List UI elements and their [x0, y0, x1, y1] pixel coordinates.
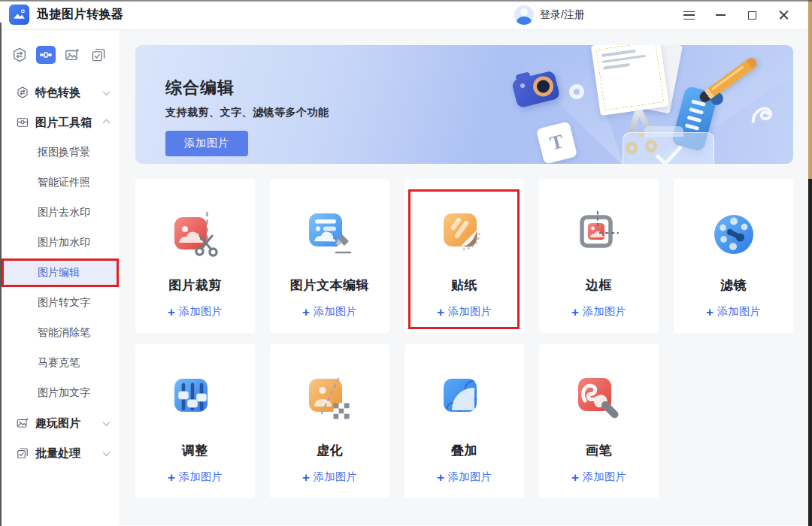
tab-batch-process[interactable] — [89, 46, 108, 64]
sidebar-item-label: 图片去水印 — [38, 206, 90, 219]
desktop-edge-strip — [808, 0, 812, 526]
close-button[interactable] — [768, 0, 799, 30]
card-adjust[interactable]: 调整 + 添加图片 — [135, 344, 255, 498]
sidebar-item-remove-watermark[interactable]: 图片去水印 — [0, 198, 120, 228]
sidebar-item-image-to-text[interactable]: 图片转文字 — [0, 288, 120, 318]
maximize-icon — [748, 11, 756, 20]
sidebar-item-smart-eraser[interactable]: 智能消除笔 — [0, 318, 120, 348]
add-image-link[interactable]: + 添加图片 — [437, 305, 492, 319]
plus-icon: + — [168, 471, 175, 484]
add-image-link[interactable]: + 添加图片 — [706, 305, 761, 319]
close-icon — [779, 11, 789, 20]
card-title: 图片文本编辑 — [290, 277, 369, 294]
add-image-link[interactable]: + 添加图片 — [437, 470, 492, 484]
convert-hexagon-icon — [11, 47, 28, 63]
batch-icon — [16, 446, 29, 460]
tab-image-toolbox[interactable] — [36, 46, 56, 64]
card-brush[interactable]: 画笔 + 添加图片 — [539, 344, 659, 498]
overlay-icon — [438, 373, 492, 427]
user-avatar-icon[interactable] — [514, 5, 534, 25]
add-image-label: 添加图片 — [583, 305, 626, 319]
squiggle-decoration — [748, 101, 777, 131]
login-register-link[interactable]: 登录/注册 — [540, 8, 585, 22]
maximize-button[interactable] — [736, 0, 768, 30]
sidebar-item-label: 图片加文字 — [38, 386, 90, 400]
app-window: 迅捷图片转换器 登录/注册 特色转换 图片工具箱 — [0, 0, 808, 526]
add-image-link[interactable]: + 添加图片 — [302, 305, 357, 319]
sidebar-item-cutout-background[interactable]: 抠图换背景 — [0, 138, 120, 168]
plus-icon: + — [571, 306, 579, 319]
fun-image-icon — [64, 47, 80, 63]
add-image-label: 添加图片 — [717, 305, 761, 319]
sidebar: 特色转换 图片工具箱 抠图换背景 智能证件照 图片去水印 图片加水印 图片编辑 … — [0, 30, 120, 525]
sidebar-group-label: 批量处理 — [35, 446, 104, 461]
sidebar-item-add-text[interactable]: 图片加文字 — [0, 378, 120, 408]
blur-icon — [303, 373, 357, 427]
toolbox-icon — [38, 47, 54, 63]
plus-icon: + — [437, 471, 444, 484]
sidebar-group-fun-images[interactable]: 趣玩图片 — [0, 408, 120, 438]
add-image-label: 添加图片 — [314, 305, 357, 319]
menu-button[interactable] — [673, 0, 704, 30]
add-image-link[interactable]: + 添加图片 — [302, 470, 357, 484]
add-image-link[interactable]: + 添加图片 — [168, 470, 223, 484]
toolbox-icon — [16, 116, 29, 129]
feature-banner: T 综合编辑 支持裁剪、文字、滤镜等多个功能 — [135, 45, 793, 164]
sidebar-group-featured-convert[interactable]: 特色转换 — [0, 77, 120, 107]
card-blur[interactable]: 虚化 + 添加图片 — [270, 344, 389, 498]
window-top-edge — [0, 0, 812, 2]
sidebar-group-batch-process[interactable]: 批量处理 — [0, 438, 120, 468]
window-controls — [673, 0, 799, 30]
app-title: 迅捷图片转换器 — [37, 7, 124, 23]
batch-icon — [90, 47, 107, 63]
add-image-label: 添加图片 — [448, 470, 492, 484]
chevron-icon — [103, 88, 111, 95]
sticker-icon — [438, 207, 492, 261]
text-edit-icon — [303, 207, 357, 261]
window-left-edge — [0, 23, 2, 526]
banner-add-image-button[interactable]: 添加图片 — [165, 131, 248, 156]
plus-icon: + — [571, 471, 579, 484]
card-sticker[interactable]: 贴纸 + 添加图片 — [404, 179, 524, 333]
chevron-icon — [103, 119, 111, 126]
app-logo — [9, 5, 29, 25]
card-title: 边框 — [586, 277, 612, 294]
frame-icon — [572, 207, 626, 261]
card-title: 叠加 — [451, 442, 477, 459]
plus-icon: + — [302, 306, 310, 319]
plus-icon: + — [437, 306, 444, 319]
crop-icon — [168, 207, 223, 261]
sidebar-item-label: 智能消除笔 — [38, 326, 90, 340]
sidebar-item-label: 图片编辑 — [38, 266, 80, 280]
card-overlay[interactable]: 叠加 + 添加图片 — [404, 344, 524, 498]
card-crop[interactable]: 图片裁剪 + 添加图片 — [135, 179, 255, 333]
sidebar-item-add-watermark[interactable]: 图片加水印 — [0, 228, 120, 258]
add-image-label: 添加图片 — [448, 305, 492, 319]
tab-featured-convert[interactable] — [10, 46, 29, 64]
sidebar-item-smart-id-photo[interactable]: 智能证件照 — [0, 168, 120, 198]
plus-icon: + — [706, 306, 714, 319]
account-area[interactable]: 登录/注册 — [514, 5, 585, 25]
add-image-label: 添加图片 — [179, 305, 223, 319]
text-tag-decoration: T — [536, 121, 577, 164]
mountain-photo-logo-icon — [11, 7, 27, 23]
card-filter[interactable]: 滤镜 + 添加图片 — [674, 179, 793, 333]
add-image-link[interactable]: + 添加图片 — [168, 305, 223, 319]
minimize-button[interactable] — [704, 0, 736, 30]
banner-title: 综合编辑 — [165, 77, 329, 99]
sidebar-item-mosaic-pen[interactable]: 马赛克笔 — [0, 348, 120, 378]
add-image-label: 添加图片 — [179, 470, 223, 484]
card-title: 画笔 — [586, 442, 612, 459]
sidebar-item-image-edit[interactable]: 图片编辑 — [0, 258, 120, 288]
card-text-edit[interactable]: 图片文本编辑 + 添加图片 — [270, 179, 389, 333]
sidebar-group-image-toolbox[interactable]: 图片工具箱 — [0, 107, 120, 138]
tab-fun-images[interactable] — [62, 46, 82, 64]
add-image-label: 添加图片 — [314, 470, 357, 484]
card-frame[interactable]: 边框 + 添加图片 — [539, 179, 659, 333]
add-image-link[interactable]: + 添加图片 — [571, 470, 626, 484]
minimize-icon — [716, 14, 726, 16]
convert-hexagon-icon — [16, 86, 29, 99]
add-image-link[interactable]: + 添加图片 — [571, 305, 626, 319]
folder-decoration-icon — [623, 132, 714, 164]
sidebar-item-label: 图片转文字 — [38, 296, 90, 310]
